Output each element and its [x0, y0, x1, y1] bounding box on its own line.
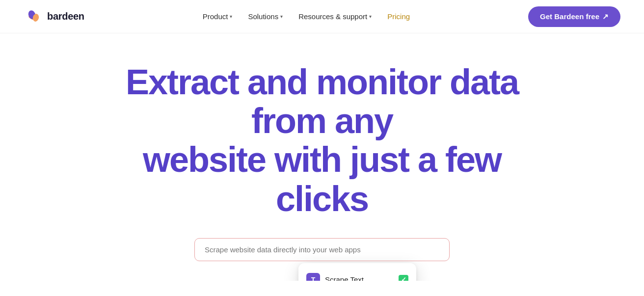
- get-bardeen-button[interactable]: Get Bardeen free ↗: [528, 6, 620, 27]
- hero-section: Extract and monitor data from any websit…: [0, 33, 644, 281]
- cta-arrow-icon: ↗: [602, 12, 609, 21]
- navbar: bardeen Product ▾ Solutions ▾ Resources …: [0, 0, 644, 33]
- scrape-options-dropdown: T Scrape Text 🔗 Scrape Link ↖ Get Data: [298, 263, 416, 281]
- scrape-text-option[interactable]: T Scrape Text: [298, 268, 416, 281]
- scrape-text-checkbox[interactable]: [399, 275, 408, 281]
- search-input[interactable]: [194, 238, 450, 261]
- bardeen-logo-icon: [24, 7, 43, 27]
- search-container: T Scrape Text 🔗 Scrape Link ↖ Get Data: [194, 238, 450, 261]
- scrape-text-icon: T: [306, 273, 320, 281]
- scrape-text-label: Scrape Text: [325, 275, 364, 281]
- nav-pricing-label: Pricing: [387, 12, 410, 21]
- nav-item-resources[interactable]: Resources & support ▾: [293, 8, 377, 25]
- solutions-chevron-icon: ▾: [280, 14, 283, 19]
- nav-links: Product ▾ Solutions ▾ Resources & suppor…: [197, 8, 416, 25]
- nav-solutions-label: Solutions: [248, 12, 278, 21]
- product-chevron-icon: ▾: [230, 14, 232, 19]
- nav-resources-label: Resources & support: [298, 12, 367, 21]
- nav-item-product[interactable]: Product ▾: [197, 8, 239, 25]
- logo[interactable]: bardeen: [24, 7, 84, 27]
- resources-chevron-icon: ▾: [369, 14, 372, 19]
- logo-text: bardeen: [47, 11, 84, 22]
- nav-item-solutions[interactable]: Solutions ▾: [242, 8, 289, 25]
- cta-label: Get Bardeen free: [540, 12, 599, 21]
- nav-item-pricing[interactable]: Pricing: [381, 8, 416, 25]
- nav-product-label: Product: [203, 12, 228, 21]
- hero-title: Extract and monitor data from any websit…: [101, 63, 543, 218]
